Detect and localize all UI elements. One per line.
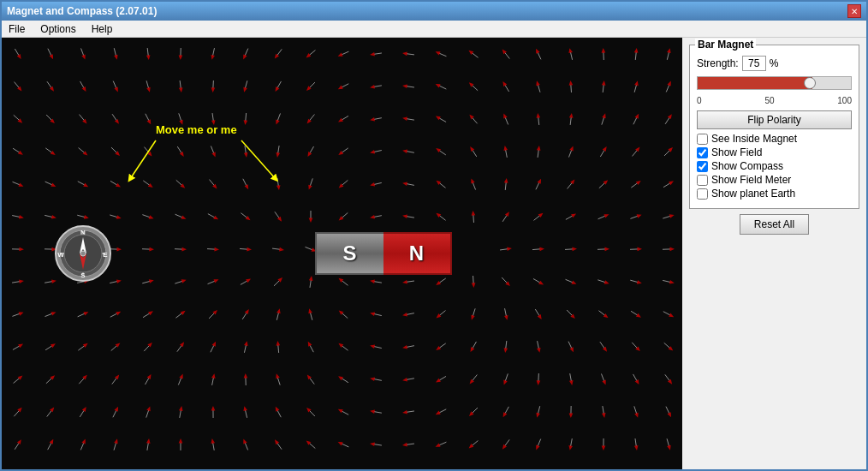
show-planet-earth-label: Show planet Earth: [711, 188, 795, 200]
compass[interactable]: N S W E: [53, 224, 113, 283]
checkbox-show-planet-earth: Show planet Earth: [697, 188, 852, 200]
show-field-meter-label: Show Field Meter: [711, 174, 791, 186]
magnet-n-pole[interactable]: N: [383, 232, 452, 275]
app-window: Magnet and Compass (2.07.01) ✕ File Opti…: [0, 0, 868, 471]
slider-container: [697, 76, 852, 92]
see-inside-label: See Inside Magnet: [711, 133, 797, 145]
panel-title: Bar Magnet: [695, 39, 756, 51]
strength-input[interactable]: [742, 56, 766, 71]
menu-file[interactable]: File: [5, 22, 28, 35]
window-title: Magnet and Compass (2.07.01): [7, 5, 157, 17]
magnet[interactable]: S N: [315, 232, 452, 275]
n-label: N: [409, 241, 424, 265]
show-compass-checkbox[interactable]: [697, 161, 708, 172]
show-planet-earth-checkbox[interactable]: [697, 188, 708, 200]
checkbox-show-field: Show Field: [697, 146, 852, 158]
show-field-label: Show Field: [711, 146, 762, 158]
close-button[interactable]: ✕: [847, 4, 861, 18]
strength-slider[interactable]: [697, 76, 852, 90]
see-inside-checkbox[interactable]: [697, 134, 708, 145]
svg-text:E: E: [103, 251, 108, 259]
slider-max: 100: [837, 96, 852, 105]
strength-row: Strength: %: [697, 56, 852, 71]
show-compass-label: Show Compass: [711, 160, 783, 172]
reset-all-button[interactable]: Reset All: [740, 214, 809, 235]
slider-mid: 50: [764, 96, 774, 105]
checkbox-show-compass: Show Compass: [697, 160, 852, 172]
title-bar: Magnet and Compass (2.07.01) ✕: [2, 2, 866, 21]
slider-min: 0: [697, 96, 702, 105]
checkbox-see-inside: See Inside Magnet: [697, 133, 852, 145]
svg-text:W: W: [57, 251, 64, 259]
magnet-s-pole[interactable]: S: [315, 232, 383, 275]
menu-options[interactable]: Options: [37, 22, 79, 35]
slider-labels: 0 50 100: [697, 96, 852, 105]
show-field-checkbox[interactable]: [697, 147, 708, 158]
percent-label: %: [770, 57, 779, 69]
main-content: Move me or me: [2, 38, 866, 469]
svg-point-15: [80, 251, 86, 256]
side-panel: Bar Magnet Strength: % 0 50 100 Flip: [682, 38, 866, 469]
reset-container: Reset All: [689, 214, 859, 235]
s-label: S: [342, 241, 356, 265]
show-field-meter-checkbox[interactable]: [697, 175, 708, 186]
menu-bar: File Options Help: [2, 21, 866, 38]
bar-magnet-group: Bar Magnet Strength: % 0 50 100 Flip: [689, 45, 859, 209]
simulation-area: Move me or me: [2, 38, 682, 469]
flip-polarity-button[interactable]: Flip Polarity: [697, 110, 852, 129]
move-label: Move me or me: [156, 123, 237, 136]
strength-label: Strength:: [697, 57, 739, 69]
menu-help[interactable]: Help: [88, 22, 116, 35]
checkbox-show-field-meter: Show Field Meter: [697, 174, 852, 186]
